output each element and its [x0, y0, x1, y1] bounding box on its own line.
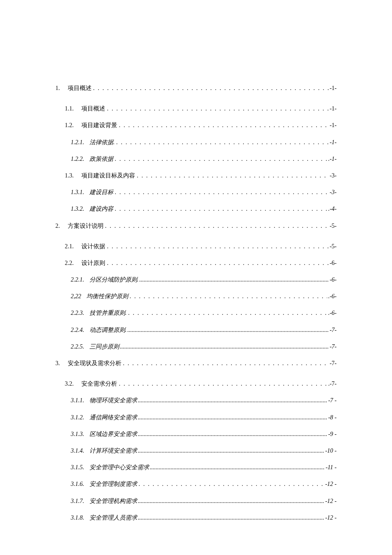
toc-leader-dots — [105, 105, 329, 113]
toc-title: 法律依据. — [89, 139, 115, 146]
toc-page-number: -7 - — [327, 397, 337, 404]
toc-number: 3. — [55, 360, 68, 367]
toc-leader-dots — [138, 276, 329, 284]
toc-entry: 2.2.4.动态调整原则.-7- — [71, 326, 337, 334]
toc-page-number: -6- — [329, 276, 337, 284]
toc-entry: 2.2.3.技管并重原则..-6- — [71, 309, 337, 317]
toc-entry: 3.2.安全需求分析.-7- — [65, 380, 337, 388]
toc-number: 1.2.2. — [71, 155, 89, 163]
toc-number: 3.1.7. — [71, 497, 89, 505]
toc-number: 2.2.4. — [71, 326, 89, 334]
toc-page-number: .-6- — [327, 293, 337, 300]
toc-entry: 3.1.4.计算环境安全需求-10 - — [71, 447, 337, 455]
toc-page-number: -5- — [329, 222, 337, 230]
toc-title: 项目建设背景 — [81, 122, 117, 129]
toc-page-number: .-6- — [327, 309, 337, 317]
toc-leader-dots — [137, 514, 325, 522]
toc-title: 物理环境安全需求 — [89, 397, 137, 404]
toc-entry: 1.2.项目建设背景-1- — [65, 122, 337, 129]
toc-entry: 1.项目概述-1- — [55, 84, 337, 92]
toc-leader-dots — [113, 205, 328, 213]
toc-title: 动态调整原则. — [89, 326, 127, 334]
toc-entry: 2.1.设计依据-5- — [65, 243, 337, 250]
toc-entry: 3.1.6.安全管理制度需求-12 - — [71, 480, 337, 488]
toc-title: 安全需求分析 — [81, 380, 117, 388]
toc-leader-dots — [137, 414, 328, 421]
toc-title: 安全现状及需求分析 — [68, 360, 121, 367]
toc-number: 3.1.1. — [71, 397, 89, 404]
toc-title: 项目概述 — [81, 105, 105, 113]
toc-title: 建设目标 — [89, 189, 113, 196]
toc-number: 1.3.1. — [71, 189, 89, 196]
toc-entry: 3.1.2.通信网络安全需求-8 - — [71, 414, 337, 421]
toc-number: 2.2.3. — [71, 309, 89, 317]
toc-number: 2.1. — [65, 243, 81, 250]
toc-page-number: -1- — [329, 139, 337, 146]
toc-entry: 1.3.项目建设目标及内容-3- — [65, 172, 337, 180]
toc-leader-dots — [135, 172, 329, 180]
toc-entry: 2.2.1.分区分域防护原则.-6- — [71, 276, 337, 284]
toc-number: 1.2.1. — [71, 139, 89, 146]
toc-leader-dots — [137, 397, 328, 404]
toc-title: 区域边界安全需求 — [89, 430, 137, 438]
toc-leader-dots — [127, 309, 327, 317]
toc-page-number: .-1- — [327, 155, 337, 163]
toc-page-number: -6- — [329, 259, 337, 267]
toc-leader-dots — [127, 326, 329, 334]
toc-title: 项目概述 — [68, 84, 92, 92]
toc-entry: 3.1.8.安全管理人员需求-12 - — [71, 514, 337, 522]
toc-entry: 1.2.2.政策依据.-1- — [71, 155, 337, 163]
toc-title: 安全管理机构需求 — [89, 497, 137, 505]
toc-page-number: -7- — [329, 360, 337, 367]
toc-leader-dots — [92, 84, 329, 92]
toc-entry: 3.1.1.物理环境安全需求-7 - — [71, 397, 337, 404]
toc-entry: 3.1.3.区域边界安全需求-9 - — [71, 430, 337, 438]
toc-entry: 3.1.5.安全管理中心安全需求-11 - — [71, 464, 337, 471]
toc-page-number: -5- — [329, 243, 337, 250]
toc-number: 3.2. — [65, 380, 81, 388]
toc-leader-dots — [104, 222, 329, 230]
toc-title: 通信网络安全需求 — [89, 414, 137, 421]
toc-title: 设计依据 — [81, 243, 105, 250]
toc-title: 技管并重原则. — [89, 309, 127, 317]
toc-title: 安全管理中心安全需求 — [89, 464, 149, 471]
toc-leader-dots — [117, 122, 329, 129]
toc-title: 计算环境安全需求 — [89, 447, 137, 455]
table-of-contents: 1.项目概述-1-1.1.项目概述-1-1.2.项目建设背景-1-1.2.1.法… — [55, 84, 337, 522]
toc-page-number: -8 - — [327, 414, 337, 421]
toc-number: 2.2.5. — [71, 343, 89, 351]
toc-leader-dots — [137, 430, 328, 438]
toc-entry: 2.2.5.三同步原则-7- — [71, 343, 337, 351]
toc-entry: 1.1.项目概述-1- — [65, 105, 337, 113]
toc-number: 3.1.8. — [71, 514, 89, 522]
toc-page-number: -12 - — [324, 497, 337, 505]
toc-leader-dots — [113, 189, 329, 196]
toc-number: 2.2.1. — [71, 276, 89, 284]
toc-leader-dots — [137, 447, 325, 455]
toc-title: 设计原则 — [81, 259, 105, 267]
toc-title: 安全管理制度需求 — [89, 480, 137, 488]
toc-page-number: -3- — [329, 189, 337, 196]
toc-number: 2,22 — [71, 293, 86, 300]
toc-entry: 2.方案设计说明-5- — [55, 222, 337, 230]
toc-title: 政策依据 — [89, 155, 113, 163]
toc-title: 项目建设目标及内容 — [81, 172, 135, 180]
toc-number: 2. — [55, 222, 68, 230]
toc-number: 1.2. — [65, 122, 81, 129]
toc-leader-dots — [119, 343, 329, 351]
toc-page-number: -1- — [329, 122, 337, 129]
toc-page-number: -12 - — [324, 514, 337, 522]
toc-number: 3.1.3. — [71, 430, 89, 438]
toc-number: 3.1.2. — [71, 414, 89, 421]
toc-number: 1.3. — [65, 172, 81, 180]
toc-leader-dots — [137, 480, 325, 488]
toc-leader-dots — [128, 293, 328, 300]
toc-number: 1. — [55, 84, 68, 92]
toc-page-number: .-7- — [327, 380, 337, 388]
toc-page-number: -7- — [329, 326, 337, 334]
toc-number: 1.3.2. — [71, 205, 89, 213]
toc-page-number: -12 - — [324, 480, 337, 488]
toc-leader-dots — [117, 380, 327, 388]
toc-page-number: .-4- — [327, 205, 337, 213]
toc-page-number: -1- — [329, 105, 337, 113]
